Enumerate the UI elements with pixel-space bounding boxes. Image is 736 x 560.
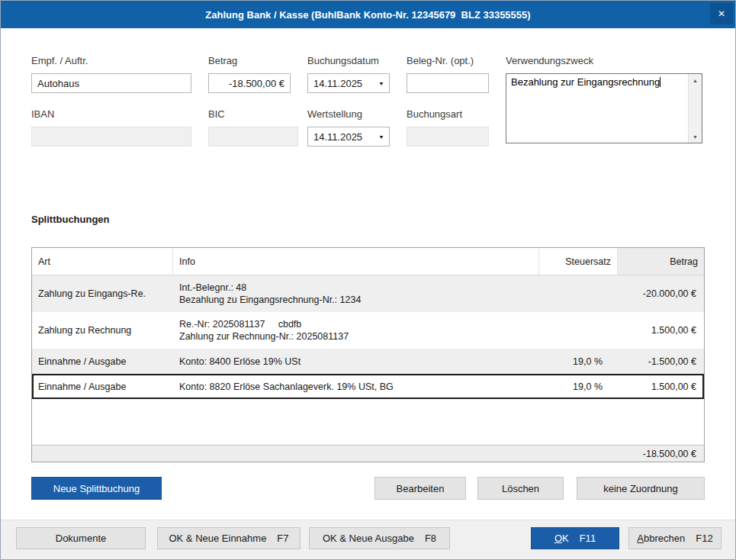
- dokumente-button[interactable]: Dokumente: [16, 527, 146, 549]
- row-info-line1: Konto: 8820 Erlöse Sachanlageverk. 19% U…: [179, 381, 394, 393]
- row-art: Einnahme / Ausgabe: [32, 374, 173, 399]
- buchungsdatum-select[interactable]: 14.11.2025 ▼: [307, 73, 390, 93]
- row-info: Int.-Belegnr.: 48 Bezahlung zu Eingangsr…: [173, 275, 539, 312]
- bic-input: [208, 127, 298, 146]
- row-info-line1: Int.-Belegnr.: 48: [179, 282, 246, 294]
- row-info-line1: Re.-Nr: 2025081137 cbdfb: [179, 318, 301, 330]
- row-betrag: -1.500,00 €: [618, 349, 704, 374]
- row-art: Zahlung zu Eingangs-Re.: [32, 275, 173, 312]
- ok-neue-ausgabe-fkey: F8: [425, 533, 436, 544]
- ok-neue-einnahme-button[interactable]: OK & Neue Einnahme F7: [157, 527, 301, 549]
- table-empty-area: [32, 399, 704, 445]
- loeschen-label: Löschen: [502, 483, 539, 494]
- row-art: Zahlung zu Rechnung: [32, 312, 173, 349]
- ok-neue-einnahme-label: OK & Neue Einnahme: [169, 533, 266, 544]
- chevron-down-icon: ▼: [378, 80, 384, 86]
- ok-neue-einnahme-fkey: F7: [277, 533, 288, 544]
- column-header-info[interactable]: Info: [173, 248, 539, 275]
- beleg-nr-label: Beleg-Nr. (opt.): [407, 55, 474, 66]
- footer-bar: Dokumente OK & Neue Einnahme F7 OK & Neu…: [1, 520, 735, 560]
- abbrechen-fkey: F12: [696, 533, 712, 544]
- row-info: Konto: 8400 Erlöse 19% USt: [173, 349, 539, 374]
- ok-label-accel: O: [554, 533, 562, 544]
- row-info: Konto: 8820 Erlöse Sachanlageverk. 19% U…: [173, 374, 539, 399]
- scroll-up-icon[interactable]: ▲: [689, 74, 702, 86]
- ok-button[interactable]: OK F11: [531, 527, 619, 549]
- verwendungszweck-label: Verwendungszweck: [506, 55, 593, 66]
- buchungsart-input: [407, 127, 489, 146]
- table-row[interactable]: Zahlung zu Eingangs-Re. Int.-Belegnr.: 4…: [32, 275, 704, 312]
- verwendungszweck-field[interactable]: Bezahlung zur Eingangsrechnung ▲ ▼: [506, 73, 702, 143]
- split-total: -18.500,00 €: [643, 449, 696, 459]
- wertstellung-label: Wertstellung: [307, 108, 362, 120]
- row-info: Re.-Nr: 2025081137 cbdfb Zahlung zur Rec…: [173, 312, 539, 349]
- row-art: Einnahme / Ausgabe: [32, 349, 173, 374]
- empfaenger-label: Empf. / Auftr.: [31, 55, 88, 66]
- column-header-art[interactable]: Art: [32, 248, 173, 275]
- betrag-label: Betrag: [208, 55, 237, 66]
- ok-fkey: F11: [580, 533, 596, 544]
- row-info-line2: Zahlung zur Rechnung-Nr.: 2025081137: [179, 330, 349, 343]
- bic-label: BIC: [208, 108, 225, 120]
- buchungsdatum-value: 14.11.2025: [313, 78, 362, 89]
- bearbeiten-label: Bearbeiten: [397, 483, 445, 494]
- beleg-nr-input[interactable]: [407, 73, 489, 93]
- dokumente-label: Dokumente: [56, 533, 106, 544]
- splittbuchungen-heading: Splittbuchungen: [31, 214, 110, 225]
- dialog-title: Zahlung Bank / Kasse (BuhlBank Konto-Nr.…: [205, 9, 530, 21]
- row-steuersatz: [539, 312, 618, 349]
- textarea-scrollbar[interactable]: ▲ ▼: [688, 74, 702, 143]
- neue-splittbuchung-label: Neue Splittbuchung: [53, 483, 140, 494]
- row-info-line1: Konto: 8400 Erlöse 19% USt: [179, 356, 301, 368]
- table-row[interactable]: Einnahme / Ausgabe Konto: 8400 Erlöse 19…: [32, 349, 704, 374]
- table-row-selected[interactable]: Einnahme / Ausgabe Konto: 8820 Erlöse Sa…: [32, 374, 704, 399]
- chevron-down-icon: ▼: [378, 134, 384, 140]
- column-header-steuersatz[interactable]: Steuersatz: [539, 248, 618, 275]
- row-betrag: -20.000,00 €: [618, 275, 704, 312]
- keine-zuordnung-label: keine Zuordnung: [603, 483, 678, 494]
- verwendungszweck-textbox[interactable]: Bezahlung zur Eingangsrechnung: [506, 74, 688, 143]
- neue-splittbuchung-button[interactable]: Neue Splittbuchung: [31, 477, 162, 500]
- table-total-row: -18.500,00 €: [32, 445, 704, 462]
- iban-label: IBAN: [31, 108, 54, 120]
- buchungsdatum-label: Buchungsdatum: [307, 55, 379, 66]
- row-steuersatz: 19,0 %: [539, 349, 618, 374]
- loeschen-button[interactable]: Löschen: [477, 477, 564, 500]
- wertstellung-value: 14.11.2025: [313, 131, 362, 143]
- text-caret: [660, 77, 660, 87]
- abbrechen-label-rest: bbrechen: [644, 533, 685, 544]
- ok-neue-ausgabe-label: OK & Neue Ausgabe: [323, 533, 414, 544]
- empfaenger-input[interactable]: [31, 73, 191, 93]
- ok-label-rest: K: [562, 533, 569, 544]
- keine-zuordnung-button[interactable]: keine Zuordnung: [577, 477, 705, 500]
- bearbeiten-button[interactable]: Bearbeiten: [374, 477, 466, 500]
- scroll-down-icon[interactable]: ▼: [689, 130, 702, 143]
- abbrechen-button[interactable]: Abbrechen F12: [628, 527, 722, 549]
- close-button[interactable]: ✕: [710, 3, 733, 24]
- wertstellung-select[interactable]: 14.11.2025 ▼: [307, 127, 390, 146]
- titlebar[interactable]: Zahlung Bank / Kasse (BuhlBank Konto-Nr.…: [1, 1, 735, 28]
- verwendungszweck-text: Bezahlung zur Eingangsrechnung: [511, 76, 660, 88]
- row-betrag: 1.500,00 €: [618, 312, 704, 349]
- table-row[interactable]: Zahlung zu Rechnung Re.-Nr: 2025081137 c…: [32, 312, 704, 349]
- row-info-line2: Bezahlung zu Eingangsrechnung-Nr.: 1234: [179, 294, 361, 306]
- splittbuchungen-table: Art Info Steuersatz Betrag Zahlung zu Ei…: [31, 247, 705, 462]
- abbrechen-label-accel: A: [637, 533, 644, 544]
- betrag-input[interactable]: [208, 73, 291, 93]
- table-header: Art Info Steuersatz Betrag: [32, 248, 704, 275]
- buchungsart-label: Buchungsart: [407, 108, 462, 120]
- ok-neue-ausgabe-button[interactable]: OK & Neue Ausgabe F8: [309, 527, 450, 549]
- iban-input: [31, 127, 191, 146]
- row-steuersatz: 19,0 %: [539, 374, 618, 399]
- column-header-betrag[interactable]: Betrag: [618, 248, 704, 275]
- scrollbar-track[interactable]: [689, 86, 702, 130]
- row-steuersatz: [539, 275, 618, 312]
- payment-dialog: Zahlung Bank / Kasse (BuhlBank Konto-Nr.…: [0, 0, 736, 560]
- row-betrag: 1.500,00 €: [618, 374, 704, 399]
- close-icon: ✕: [718, 8, 725, 19]
